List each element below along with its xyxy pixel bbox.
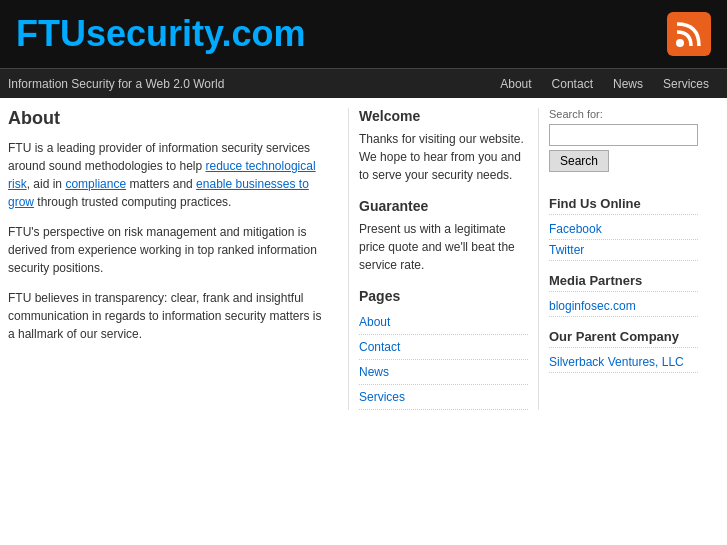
- page-contact-link[interactable]: Contact: [359, 340, 400, 354]
- facebook-link[interactable]: Facebook: [549, 219, 698, 240]
- page-news-link[interactable]: News: [359, 365, 389, 379]
- page-about[interactable]: About: [359, 310, 528, 335]
- bloginfosec-link[interactable]: bloginfosec.com: [549, 296, 698, 317]
- svg-rect-0: [667, 12, 711, 56]
- page-about-link[interactable]: About: [359, 315, 390, 329]
- tagline: Information Security for a Web 2.0 World: [8, 77, 490, 91]
- pages-heading: Pages: [359, 288, 528, 304]
- main: About FTU is a leading provider of infor…: [0, 98, 727, 420]
- header: FTUsecurity.com: [0, 0, 727, 68]
- guarantee-text: Present us with a legitimate price quote…: [359, 220, 528, 274]
- site-title[interactable]: FTUsecurity.com: [16, 13, 305, 55]
- media-partners-section: Media Partners bloginfosec.com: [549, 273, 698, 317]
- page-services-link[interactable]: Services: [359, 390, 405, 404]
- welcome-heading: Welcome: [359, 108, 528, 124]
- nav-links: About Contact News Services: [490, 77, 719, 91]
- welcome-text: Thanks for visiting our website. We hope…: [359, 130, 528, 184]
- silverback-link[interactable]: Silverback Ventures, LLC: [549, 352, 698, 373]
- content-para1-text4: through trusted computing practices.: [34, 195, 231, 209]
- parent-company-heading: Our Parent Company: [549, 329, 698, 348]
- search-button[interactable]: Search: [549, 150, 609, 172]
- navbar: Information Security for a Web 2.0 World…: [0, 68, 727, 98]
- find-online-section: Find Us Online Facebook Twitter: [549, 196, 698, 261]
- page-services[interactable]: Services: [359, 385, 528, 410]
- content-para1: FTU is a leading provider of information…: [8, 139, 328, 211]
- pages-list: About Contact News Services: [359, 310, 528, 410]
- page-contact[interactable]: Contact: [359, 335, 528, 360]
- parent-company-section: Our Parent Company Silverback Ventures, …: [549, 329, 698, 373]
- page-news[interactable]: News: [359, 360, 528, 385]
- content-area: About FTU is a leading provider of infor…: [8, 108, 348, 410]
- content-para3: FTU believes in transparency: clear, fra…: [8, 289, 328, 343]
- nav-contact[interactable]: Contact: [542, 77, 603, 91]
- guarantee-heading: Guarantee: [359, 198, 528, 214]
- svg-point-1: [676, 39, 684, 47]
- content-para1-text2: , aid in: [27, 177, 66, 191]
- content-para1-text3: matters and: [126, 177, 196, 191]
- content-para2: FTU's perspective on risk management and…: [8, 223, 328, 277]
- nav-about[interactable]: About: [490, 77, 541, 91]
- find-online-heading: Find Us Online: [549, 196, 698, 215]
- search-label: Search for:: [549, 108, 698, 120]
- search-input[interactable]: [549, 124, 698, 146]
- rss-icon[interactable]: [667, 12, 711, 56]
- sidebar: Search for: Search Find Us Online Facebo…: [538, 108, 698, 410]
- page-title: About: [8, 108, 328, 129]
- link-compliance[interactable]: compliance: [65, 177, 126, 191]
- nav-news[interactable]: News: [603, 77, 653, 91]
- search-section: Search for: Search: [549, 108, 698, 184]
- middle-column: Welcome Thanks for visiting our website.…: [348, 108, 538, 410]
- media-partners-heading: Media Partners: [549, 273, 698, 292]
- twitter-link[interactable]: Twitter: [549, 240, 698, 261]
- nav-services[interactable]: Services: [653, 77, 719, 91]
